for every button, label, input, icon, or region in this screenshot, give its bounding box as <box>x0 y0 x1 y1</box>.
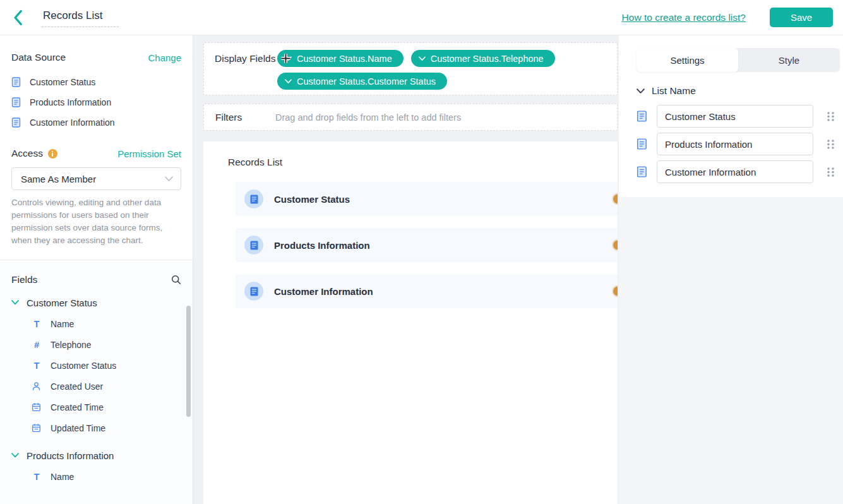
record-avatar <box>244 282 263 301</box>
save-button[interactable]: Save <box>770 8 833 27</box>
filters-label: Filters <box>215 112 275 123</box>
field-item[interactable]: T Customer Status <box>11 355 181 376</box>
list-name-input[interactable] <box>657 105 813 128</box>
display-field-pill[interactable]: Customer Status.Telephone <box>411 50 555 67</box>
scrollbar-thumb[interactable] <box>186 306 191 417</box>
change-data-source-link[interactable]: Change <box>148 52 181 63</box>
list-name-title: List Name <box>652 85 696 97</box>
help-link[interactable]: How to create a records list? <box>622 12 746 23</box>
field-label: Telephone <box>51 340 92 350</box>
display-fields-dropzone[interactable]: Display Fields Customer Status.Name Cust… <box>203 42 618 95</box>
field-item[interactable]: Created User <box>11 376 181 397</box>
field-label: Name <box>51 319 74 329</box>
chevron-down-icon <box>285 79 292 84</box>
drag-handle-icon[interactable] <box>826 111 835 122</box>
chevron-down-icon <box>11 300 19 305</box>
drag-handle-icon[interactable] <box>826 139 835 150</box>
page-title: Records List <box>43 9 102 21</box>
record-avatar <box>244 236 263 255</box>
pill-label: Customer Status.Customer Status <box>297 76 436 87</box>
fields-title: Fields <box>11 274 37 285</box>
top-bar: Records List How to create a records lis… <box>0 0 843 35</box>
data-source-item-label: Customer Information <box>30 117 115 128</box>
date-field-icon <box>32 423 42 433</box>
chevron-down-icon <box>11 453 19 458</box>
form-icon <box>11 77 21 87</box>
list-name-row <box>637 133 840 155</box>
right-panel: Settings Style List Name <box>619 35 843 504</box>
preview-row-label: Customer Status <box>274 194 350 205</box>
panel-tabs: Settings Style <box>637 48 840 72</box>
field-group-label: Customer Status <box>27 297 97 308</box>
form-icon <box>11 117 21 128</box>
info-icon[interactable] <box>48 149 57 159</box>
clipped-count-badge <box>613 287 618 296</box>
field-label: Created User <box>51 381 103 392</box>
field-item[interactable]: T Name <box>11 466 181 487</box>
record-avatar <box>244 189 263 208</box>
preview-row[interactable]: Customer Status <box>236 182 618 216</box>
chevron-down-icon <box>419 56 426 61</box>
records-list-preview: Records List Customer Status Products In… <box>203 141 618 504</box>
form-icon <box>11 97 21 107</box>
preview-row-label: Customer Information <box>274 286 373 297</box>
tab-settings[interactable]: Settings <box>637 48 738 72</box>
field-group-label: Products Information <box>27 450 114 461</box>
form-icon <box>637 166 648 177</box>
number-field-icon: # <box>32 340 42 350</box>
field-item[interactable]: T Name <box>11 313 181 334</box>
filters-hint: Drag and drop fields from the left to ad… <box>275 112 461 123</box>
display-fields-label: Display Fields <box>215 50 277 95</box>
tab-style[interactable]: Style <box>738 48 840 72</box>
chart-title-editable[interactable]: Records List <box>42 8 119 27</box>
data-source-item[interactable]: Customer Information <box>11 112 181 133</box>
clipped-count-badge <box>613 241 618 250</box>
field-item[interactable]: # Telephone <box>11 334 181 355</box>
access-description: Controls viewing, editing and other data… <box>11 196 181 247</box>
permission-set-link[interactable]: Permission Set <box>117 148 181 159</box>
access-select-value: Same As Member <box>21 174 96 184</box>
user-field-icon <box>32 381 42 391</box>
field-group-customer-status[interactable]: Customer Status <box>11 292 181 313</box>
data-source-item-label: Customer Status <box>30 77 95 87</box>
filters-dropzone[interactable]: Filters Drag and drop fields from the le… <box>203 104 618 131</box>
field-group-products-information[interactable]: Products Information <box>11 445 181 466</box>
data-source-item[interactable]: Products Information <box>11 92 181 112</box>
left-sidebar: Data Source Change Customer Status Produ… <box>0 35 193 504</box>
date-field-icon <box>32 402 42 412</box>
list-name-section-toggle[interactable]: List Name <box>637 85 840 97</box>
preview-row-label: Products Information <box>274 240 370 251</box>
form-icon <box>637 138 648 150</box>
field-label: Name <box>51 472 74 482</box>
drag-handle-icon[interactable] <box>826 167 835 177</box>
builder-area: Display Fields Customer Status.Name Cust… <box>193 35 619 504</box>
display-field-pill[interactable]: Customer Status.Name <box>277 50 404 67</box>
preview-row[interactable]: Customer Information <box>236 274 618 308</box>
data-source-title: Data Source <box>11 52 66 63</box>
field-item[interactable]: Created Time <box>11 397 181 417</box>
back-button[interactable] <box>13 8 29 27</box>
pill-label: Customer Status.Name <box>297 54 392 64</box>
form-icon <box>637 111 648 122</box>
search-icon[interactable] <box>171 275 181 285</box>
pill-label: Customer Status.Telephone <box>431 54 544 64</box>
display-field-pill[interactable]: Customer Status.Customer Status <box>277 73 447 90</box>
field-item[interactable]: Updated Time <box>11 417 181 438</box>
list-name-row <box>637 105 840 128</box>
text-field-icon: T <box>32 319 42 329</box>
chevron-down-icon <box>165 176 173 182</box>
chevron-down-icon <box>637 88 645 94</box>
preview-title: Records List <box>228 157 618 168</box>
preview-row[interactable]: Products Information <box>236 228 618 262</box>
field-label: Customer Status <box>51 361 116 371</box>
text-field-icon: T <box>32 472 42 482</box>
data-source-item[interactable]: Customer Status <box>11 72 181 92</box>
list-name-input[interactable] <box>657 160 813 183</box>
data-source-item-label: Products Information <box>30 97 111 107</box>
list-name-row <box>637 160 840 183</box>
field-label: Created Time <box>51 402 104 412</box>
field-label: Updated Time <box>51 423 105 433</box>
access-select[interactable]: Same As Member <box>11 167 181 190</box>
clipped-count-badge <box>613 195 618 204</box>
list-name-input[interactable] <box>657 133 813 155</box>
